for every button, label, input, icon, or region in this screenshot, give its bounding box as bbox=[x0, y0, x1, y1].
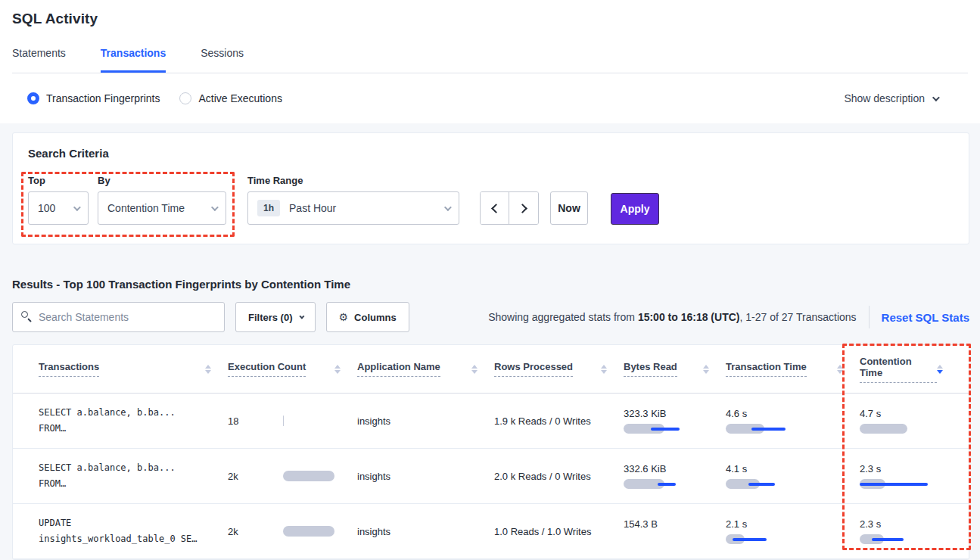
top-select-value: 100 bbox=[38, 202, 55, 214]
sort-icon[interactable] bbox=[837, 365, 843, 374]
search-criteria-card: Search Criteria Top 100 By Contention Ti… bbox=[12, 132, 969, 244]
application-name-cell: insights bbox=[357, 471, 494, 482]
column-header-application-name[interactable]: Application Name bbox=[357, 361, 494, 377]
by-label: By bbox=[98, 175, 226, 186]
search-statements-box bbox=[12, 302, 225, 332]
chevron-down-icon bbox=[444, 204, 452, 211]
radio-selected-icon[interactable] bbox=[27, 92, 39, 104]
results-controls: Filters (0) ⚙ Columns Showing aggregated… bbox=[12, 302, 969, 332]
radio-unselected-icon[interactable] bbox=[179, 92, 191, 104]
reset-sql-stats-link[interactable]: Reset SQL Stats bbox=[882, 311, 969, 324]
rows-processed-cell: 2.0 k Reads / 0 Writes bbox=[494, 471, 624, 482]
aggregated-stats-text: Showing aggregated stats from 15:00 to 1… bbox=[488, 311, 856, 323]
transaction-time-cell: 4.1 s bbox=[726, 463, 860, 489]
sql-activity-page: SQL Activity Statements Transactions Ses… bbox=[0, 0, 980, 560]
search-criteria-fields: Top 100 By Contention Time Time Range 1h… bbox=[28, 175, 954, 225]
transaction-time-bar bbox=[726, 534, 794, 544]
stats-area: Showing aggregated stats from 15:00 to 1… bbox=[488, 306, 969, 328]
previous-time-button[interactable] bbox=[481, 192, 509, 224]
show-description-label: Show description bbox=[844, 92, 925, 104]
table-row: SELECT a.balance, b.ba... FROM… 18 insig… bbox=[13, 394, 969, 449]
bytes-read-bar bbox=[624, 479, 692, 489]
page-header: SQL Activity Statements Transactions Ses… bbox=[0, 0, 980, 73]
top-field: Top 100 bbox=[28, 175, 89, 225]
view-toggle-bar: Transaction Fingerprints Active Executio… bbox=[0, 73, 980, 123]
transaction-fingerprint-link[interactable]: SELECT a.balance, b.ba... FROM… bbox=[39, 460, 228, 492]
column-header-contention-time[interactable]: Contention Time bbox=[860, 356, 960, 383]
transaction-time-bar bbox=[726, 424, 794, 434]
time-range-select[interactable]: 1h Past Hour bbox=[247, 191, 459, 225]
column-header-rows-processed[interactable]: Rows Processed bbox=[494, 361, 624, 377]
sort-icon[interactable] bbox=[703, 365, 709, 374]
columns-button[interactable]: ⚙ Columns bbox=[326, 302, 409, 332]
by-select-value: Contention Time bbox=[107, 202, 185, 214]
rows-processed-cell: 1.9 k Reads / 0 Writes bbox=[494, 415, 624, 427]
tab-statements[interactable]: Statements bbox=[12, 47, 66, 73]
top-select[interactable]: 100 bbox=[28, 191, 89, 225]
chevron-right-icon bbox=[518, 204, 527, 213]
sort-icon[interactable] bbox=[334, 365, 341, 374]
show-description-toggle[interactable]: Show description bbox=[844, 92, 938, 104]
time-range-label: Time Range bbox=[247, 175, 459, 186]
contention-time-cell: 2.3 s bbox=[860, 463, 960, 489]
contention-time-cell: 4.7 s bbox=[860, 408, 960, 434]
execution-count-bar bbox=[283, 471, 334, 481]
execution-count-cell: 2k bbox=[228, 471, 357, 482]
next-time-button[interactable] bbox=[509, 192, 538, 224]
chevron-left-icon bbox=[491, 204, 501, 213]
rows-processed-cell: 1.0 Reads / 1.0 Writes bbox=[494, 526, 624, 537]
tab-transactions[interactable]: Transactions bbox=[101, 47, 166, 73]
execution-count-cell: 2k bbox=[228, 526, 357, 537]
sort-icon-active-desc[interactable] bbox=[937, 365, 943, 374]
contention-time-bar bbox=[860, 534, 928, 544]
search-statements-input[interactable] bbox=[12, 302, 225, 332]
sort-icon[interactable] bbox=[205, 365, 211, 374]
transaction-time-cell: 4.6 s bbox=[726, 408, 860, 434]
bytes-read-cell: 332.6 KiB bbox=[624, 463, 726, 489]
radio-label: Transaction Fingerprints bbox=[46, 92, 160, 104]
search-criteria-heading: Search Criteria bbox=[28, 147, 954, 160]
bytes-read-cell: 154.3 B bbox=[624, 518, 726, 544]
application-name-cell: insights bbox=[357, 415, 494, 427]
bytes-read-bar bbox=[624, 534, 692, 544]
bytes-read-bar bbox=[624, 424, 692, 434]
chevron-down-icon bbox=[932, 94, 940, 101]
time-range-field: Time Range 1h Past Hour bbox=[241, 175, 459, 225]
columns-label: Columns bbox=[354, 312, 397, 323]
by-select[interactable]: Contention Time bbox=[98, 191, 226, 225]
contention-time-bar bbox=[860, 424, 928, 434]
transaction-fingerprint-link[interactable]: UPDATE insights_workload_table_0 SE… bbox=[39, 515, 228, 547]
tab-sessions[interactable]: Sessions bbox=[201, 47, 244, 73]
transactions-table: Transactions Execution Count Application… bbox=[12, 344, 969, 560]
filters-button[interactable]: Filters (0) bbox=[235, 302, 316, 332]
time-range-value: Past Hour bbox=[289, 202, 336, 214]
table-row: UPDATE insights_workload_table_0 SE… 2k … bbox=[13, 504, 969, 559]
filters-label: Filters (0) bbox=[248, 312, 293, 323]
chevron-down-icon bbox=[73, 204, 81, 211]
chevron-down-icon bbox=[211, 204, 219, 211]
radio-transaction-fingerprints[interactable]: Transaction Fingerprints bbox=[27, 92, 160, 104]
results-heading: Results - Top 100 Transaction Fingerprin… bbox=[12, 278, 968, 291]
sort-icon[interactable] bbox=[601, 365, 607, 374]
search-icon bbox=[21, 311, 32, 322]
now-button[interactable]: Now bbox=[550, 191, 588, 225]
column-header-transaction-time[interactable]: Transaction Time bbox=[726, 361, 860, 377]
top-label: Top bbox=[28, 175, 89, 186]
contention-time-cell: 2.3 s bbox=[860, 518, 960, 544]
transaction-time-bar bbox=[726, 479, 794, 489]
column-header-bytes-read[interactable]: Bytes Read bbox=[624, 361, 726, 377]
bytes-read-cell: 323.3 KiB bbox=[624, 408, 726, 434]
time-nav-group bbox=[480, 191, 539, 225]
transaction-time-cell: 2.1 s bbox=[726, 518, 860, 544]
transaction-fingerprint-link[interactable]: SELECT a.balance, b.ba... FROM… bbox=[39, 405, 228, 437]
column-header-transactions[interactable]: Transactions bbox=[39, 361, 228, 377]
execution-count-bar bbox=[283, 415, 334, 426]
radio-active-executions[interactable]: Active Executions bbox=[179, 92, 282, 104]
radio-label: Active Executions bbox=[198, 92, 282, 104]
page-title: SQL Activity bbox=[12, 11, 968, 27]
sort-icon[interactable] bbox=[471, 365, 478, 374]
column-header-execution-count[interactable]: Execution Count bbox=[228, 361, 357, 377]
table-row: SELECT a.balance, b.ba... FROM… 2k insig… bbox=[13, 449, 969, 504]
apply-button[interactable]: Apply bbox=[611, 193, 659, 225]
gear-icon: ⚙ bbox=[339, 311, 349, 323]
